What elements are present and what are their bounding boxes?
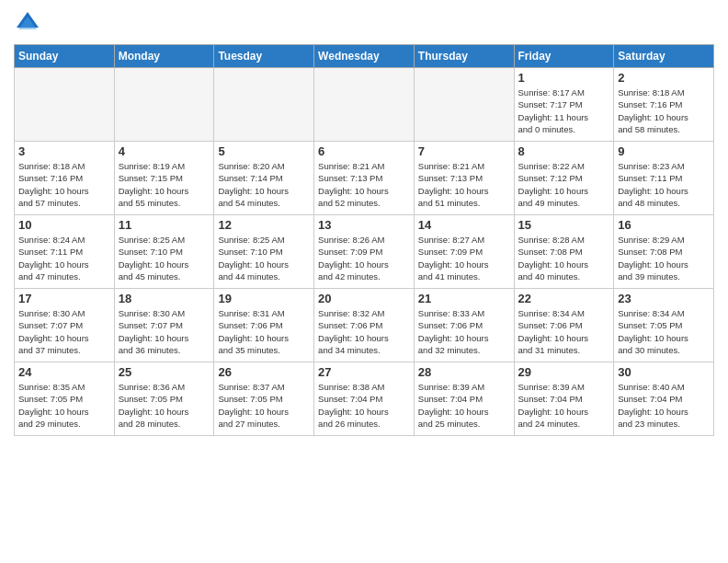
day-number: 21: [418, 292, 510, 305]
day-info: Sunrise: 8:31 AM Sunset: 7:06 PM Dayligh…: [218, 307, 310, 356]
day-number: 14: [418, 218, 510, 232]
day-number: 4: [119, 144, 210, 158]
day-info: Sunrise: 8:19 AM Sunset: 7:15 PM Dayligh…: [119, 160, 210, 209]
day-number: 5: [218, 144, 310, 158]
weekday-monday: Monday: [114, 45, 214, 68]
day-info: Sunrise: 8:18 AM Sunset: 7:16 PM Dayligh…: [18, 160, 110, 209]
day-info: Sunrise: 8:32 AM Sunset: 7:06 PM Dayligh…: [318, 307, 410, 356]
day-cell: 4Sunrise: 8:19 AM Sunset: 7:15 PM Daylig…: [114, 142, 214, 215]
day-info: Sunrise: 8:25 AM Sunset: 7:10 PM Dayligh…: [218, 234, 310, 282]
week-row-3: 17Sunrise: 8:30 AM Sunset: 7:07 PM Dayli…: [15, 289, 714, 362]
day-cell: [214, 68, 314, 142]
weekday-saturday: Saturday: [614, 45, 714, 68]
day-number: 8: [518, 144, 610, 158]
day-info: Sunrise: 8:37 AM Sunset: 7:05 PM Dayligh…: [218, 381, 310, 430]
week-row-1: 3Sunrise: 8:18 AM Sunset: 7:16 PM Daylig…: [15, 142, 714, 215]
day-cell: 25Sunrise: 8:36 AM Sunset: 7:05 PM Dayli…: [114, 362, 214, 436]
day-cell: 24Sunrise: 8:35 AM Sunset: 7:05 PM Dayli…: [15, 362, 115, 436]
day-info: Sunrise: 8:40 AM Sunset: 7:04 PM Dayligh…: [618, 381, 710, 430]
day-number: 1: [518, 71, 610, 85]
day-info: Sunrise: 8:27 AM Sunset: 7:09 PM Dayligh…: [418, 234, 510, 282]
day-cell: [15, 68, 115, 142]
day-cell: 17Sunrise: 8:30 AM Sunset: 7:07 PM Dayli…: [15, 289, 115, 362]
weekday-header-row: SundayMondayTuesdayWednesdayThursdayFrid…: [15, 45, 714, 68]
week-row-2: 10Sunrise: 8:24 AM Sunset: 7:11 PM Dayli…: [15, 215, 714, 289]
header: [14, 9, 714, 37]
day-info: Sunrise: 8:34 AM Sunset: 7:05 PM Dayligh…: [618, 307, 710, 356]
logo: [14, 9, 44, 37]
day-info: Sunrise: 8:20 AM Sunset: 7:14 PM Dayligh…: [218, 160, 310, 209]
logo-icon: [14, 9, 41, 37]
day-cell: [114, 68, 214, 142]
day-cell: 21Sunrise: 8:33 AM Sunset: 7:06 PM Dayli…: [414, 289, 514, 362]
day-number: 18: [119, 292, 210, 305]
day-number: 9: [618, 144, 710, 158]
day-info: Sunrise: 8:36 AM Sunset: 7:05 PM Dayligh…: [119, 381, 210, 430]
day-cell: 8Sunrise: 8:22 AM Sunset: 7:12 PM Daylig…: [514, 142, 614, 215]
day-cell: 11Sunrise: 8:25 AM Sunset: 7:10 PM Dayli…: [114, 215, 214, 289]
day-info: Sunrise: 8:33 AM Sunset: 7:06 PM Dayligh…: [418, 307, 510, 356]
day-number: 11: [119, 218, 210, 232]
day-cell: [414, 68, 514, 142]
day-info: Sunrise: 8:22 AM Sunset: 7:12 PM Dayligh…: [518, 160, 610, 209]
weekday-sunday: Sunday: [15, 45, 115, 68]
day-cell: 13Sunrise: 8:26 AM Sunset: 7:09 PM Dayli…: [314, 215, 415, 289]
day-info: Sunrise: 8:39 AM Sunset: 7:04 PM Dayligh…: [518, 381, 610, 430]
day-number: 7: [418, 144, 510, 158]
week-row-4: 24Sunrise: 8:35 AM Sunset: 7:05 PM Dayli…: [15, 362, 714, 436]
day-number: 15: [518, 218, 610, 232]
day-cell: 22Sunrise: 8:34 AM Sunset: 7:06 PM Dayli…: [514, 289, 614, 362]
day-number: 10: [18, 218, 110, 232]
day-number: 20: [318, 292, 410, 305]
day-number: 24: [18, 365, 110, 379]
day-cell: 15Sunrise: 8:28 AM Sunset: 7:08 PM Dayli…: [514, 215, 614, 289]
weekday-wednesday: Wednesday: [314, 45, 415, 68]
day-number: 30: [618, 365, 710, 379]
day-cell: 10Sunrise: 8:24 AM Sunset: 7:11 PM Dayli…: [15, 215, 115, 289]
day-info: Sunrise: 8:28 AM Sunset: 7:08 PM Dayligh…: [518, 234, 610, 282]
day-number: 16: [618, 218, 710, 232]
day-number: 25: [119, 365, 210, 379]
day-cell: 23Sunrise: 8:34 AM Sunset: 7:05 PM Dayli…: [614, 289, 714, 362]
day-info: Sunrise: 8:21 AM Sunset: 7:13 PM Dayligh…: [418, 160, 510, 209]
day-info: Sunrise: 8:26 AM Sunset: 7:09 PM Dayligh…: [318, 234, 410, 282]
day-cell: 26Sunrise: 8:37 AM Sunset: 7:05 PM Dayli…: [214, 362, 314, 436]
day-info: Sunrise: 8:21 AM Sunset: 7:13 PM Dayligh…: [318, 160, 410, 209]
day-cell: 30Sunrise: 8:40 AM Sunset: 7:04 PM Dayli…: [614, 362, 714, 436]
day-cell: 6Sunrise: 8:21 AM Sunset: 7:13 PM Daylig…: [314, 142, 415, 215]
day-number: 2: [618, 71, 710, 85]
day-number: 12: [218, 218, 310, 232]
day-number: 22: [518, 292, 610, 305]
day-number: 29: [518, 365, 610, 379]
day-cell: 19Sunrise: 8:31 AM Sunset: 7:06 PM Dayli…: [214, 289, 314, 362]
day-info: Sunrise: 8:25 AM Sunset: 7:10 PM Dayligh…: [119, 234, 210, 282]
day-info: Sunrise: 8:29 AM Sunset: 7:08 PM Dayligh…: [618, 234, 710, 282]
calendar: SundayMondayTuesdayWednesdayThursdayFrid…: [14, 44, 714, 436]
day-cell: 27Sunrise: 8:38 AM Sunset: 7:04 PM Dayli…: [314, 362, 415, 436]
day-info: Sunrise: 8:23 AM Sunset: 7:11 PM Dayligh…: [618, 160, 710, 209]
day-cell: 14Sunrise: 8:27 AM Sunset: 7:09 PM Dayli…: [414, 215, 514, 289]
day-info: Sunrise: 8:38 AM Sunset: 7:04 PM Dayligh…: [318, 381, 410, 430]
weekday-friday: Friday: [514, 45, 614, 68]
day-number: 3: [18, 144, 110, 158]
day-cell: 29Sunrise: 8:39 AM Sunset: 7:04 PM Dayli…: [514, 362, 614, 436]
page: SundayMondayTuesdayWednesdayThursdayFrid…: [0, 0, 728, 563]
week-row-0: 1Sunrise: 8:17 AM Sunset: 7:17 PM Daylig…: [15, 68, 714, 142]
day-cell: 9Sunrise: 8:23 AM Sunset: 7:11 PM Daylig…: [614, 142, 714, 215]
day-cell: 16Sunrise: 8:29 AM Sunset: 7:08 PM Dayli…: [614, 215, 714, 289]
weekday-thursday: Thursday: [414, 45, 514, 68]
day-cell: 20Sunrise: 8:32 AM Sunset: 7:06 PM Dayli…: [314, 289, 415, 362]
day-cell: 2Sunrise: 8:18 AM Sunset: 7:16 PM Daylig…: [614, 68, 714, 142]
day-cell: 7Sunrise: 8:21 AM Sunset: 7:13 PM Daylig…: [414, 142, 514, 215]
day-number: 6: [318, 144, 410, 158]
day-number: 26: [218, 365, 310, 379]
day-info: Sunrise: 8:34 AM Sunset: 7:06 PM Dayligh…: [518, 307, 610, 356]
day-info: Sunrise: 8:35 AM Sunset: 7:05 PM Dayligh…: [18, 381, 110, 430]
day-info: Sunrise: 8:18 AM Sunset: 7:16 PM Dayligh…: [618, 86, 710, 135]
day-cell: 5Sunrise: 8:20 AM Sunset: 7:14 PM Daylig…: [214, 142, 314, 215]
day-cell: 28Sunrise: 8:39 AM Sunset: 7:04 PM Dayli…: [414, 362, 514, 436]
day-cell: [314, 68, 415, 142]
weekday-tuesday: Tuesday: [214, 45, 314, 68]
day-cell: 3Sunrise: 8:18 AM Sunset: 7:16 PM Daylig…: [15, 142, 115, 215]
day-info: Sunrise: 8:24 AM Sunset: 7:11 PM Dayligh…: [18, 234, 110, 282]
